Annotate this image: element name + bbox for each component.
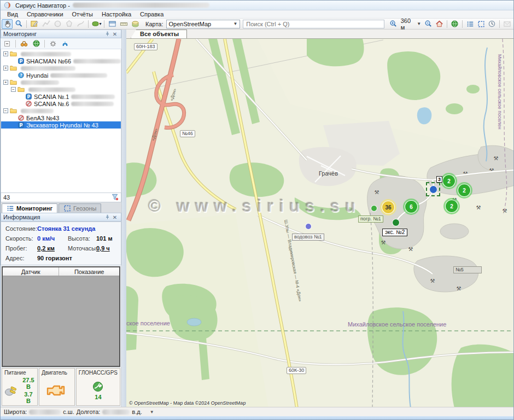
mail-button — [502, 19, 512, 29]
sidebar: Мониторинг ✕ +PSHACMAN №66+?Hyundai+−PSC… — [1, 30, 122, 407]
frame-icon — [63, 205, 71, 212]
statusbar-dropdown-icon[interactable]: ▼ — [150, 410, 154, 415]
geozone-button[interactable]: ▾ — [91, 19, 102, 29]
menu-item-настройка[interactable]: Настройка — [97, 11, 136, 18]
edit-map-button[interactable] — [29, 19, 40, 29]
sensor-table: ДатчикПоказание — [2, 266, 120, 367]
zoom-box-icon — [15, 20, 23, 28]
pin-icon[interactable] — [103, 214, 111, 221]
column-header-датчик[interactable]: Датчик — [3, 267, 59, 276]
map-label: ское поселение — [126, 320, 170, 326]
pin-icon[interactable] — [103, 31, 111, 38]
menu-item-справка[interactable]: Справка — [136, 11, 168, 18]
tree-item-folder[interactable]: + — [1, 79, 121, 86]
funnel-icon[interactable] — [112, 194, 119, 202]
svg-text:⚒: ⚒ — [494, 155, 499, 161]
map-label: №46 — [180, 130, 195, 137]
ruler-icon — [120, 20, 128, 28]
phone-button[interactable] — [60, 39, 71, 49]
zoom-in-button[interactable] — [388, 19, 399, 29]
svg-text:⚒: ⚒ — [381, 240, 386, 246]
cluster-marker[interactable]: 2 — [446, 200, 458, 212]
tree-item-folder[interactable]: + — [1, 65, 121, 72]
column-header-показание[interactable]: Показание — [59, 267, 119, 276]
menu-item-справочники[interactable]: Справочники — [22, 11, 68, 18]
tree-item-экскаватор-hyundai-43[interactable]: PЭкскаватор Hyundai № 43 — [1, 121, 121, 129]
history-button[interactable] — [487, 19, 497, 29]
zoom-level-select[interactable]: 360 м▼ — [399, 18, 423, 31]
tree-item-белаз-43[interactable]: БелАЗ №43 — [1, 114, 121, 121]
expand-icon[interactable]: + — [3, 66, 8, 71]
sensor-table-body[interactable] — [3, 276, 119, 366]
folder-icon — [10, 107, 17, 114]
tree-item-folder[interactable]: + — [1, 50, 121, 57]
map-tab-all-objects[interactable]: Все объекты — [131, 30, 187, 38]
toolbar-separator — [44, 40, 45, 48]
panel-button[interactable] — [107, 19, 118, 29]
tree-item-label: SCANIA №.1 — [34, 94, 69, 100]
collapse-all-button[interactable] — [2, 39, 13, 49]
redacted-text — [28, 88, 75, 92]
close-icon[interactable]: ✕ — [111, 214, 119, 220]
splitter[interactable] — [122, 30, 126, 407]
tab-геозоны[interactable]: Геозоны — [59, 203, 101, 213]
title-bar: Сириус Навигатор - — [1, 1, 513, 10]
selected-object-dot — [430, 186, 437, 193]
expand-icon[interactable]: + — [3, 80, 8, 85]
collapse-icon[interactable]: − — [3, 108, 8, 113]
map-label: экс. №2 — [382, 229, 407, 236]
cluster-marker[interactable]: 2 — [443, 175, 455, 187]
tree-filter[interactable]: 43 — [1, 192, 121, 202]
collapse-icon[interactable]: − — [11, 87, 16, 92]
toolbar-separator — [499, 20, 500, 28]
history-icon — [488, 20, 496, 28]
cluster-marker[interactable]: 36 — [382, 201, 394, 213]
home-icon — [435, 20, 443, 28]
gauges: Питание27.5 В3.7 ВДвигательГЛОНАСС/GPS14 — [1, 367, 121, 407]
tree-item-folder[interactable]: − — [1, 107, 121, 114]
home-button[interactable] — [434, 19, 445, 29]
tree-item-scania-1[interactable]: PSCANIA №.1 — [1, 93, 121, 100]
tree-item-folder[interactable]: − — [1, 86, 121, 93]
tab-мониторинг[interactable]: Мониторинг — [2, 203, 57, 213]
selected-object-marker[interactable]: 3 — [426, 182, 440, 196]
settings-button[interactable] — [48, 39, 59, 49]
zoom-out-button[interactable] — [423, 19, 434, 29]
gauge-values: 14 — [92, 381, 104, 400]
map-select[interactable]: OpenStreetMap ▼ — [166, 20, 241, 28]
sidebar-tabs: МониторингГеозоны — [1, 202, 121, 213]
binoculars-button[interactable] — [19, 39, 30, 49]
gauge-body: 14 — [79, 377, 118, 404]
app-window: Сириус Навигатор - ВидСправочникиОтчётыН… — [0, 0, 514, 420]
money-button[interactable] — [130, 19, 141, 29]
ruler-button[interactable] — [118, 19, 129, 29]
object-marker[interactable] — [393, 219, 399, 226]
status-bar: Широта: с.ш. Долгота: в.д. ▼ — [1, 407, 513, 416]
expand-icon[interactable]: + — [3, 51, 8, 56]
search-input[interactable] — [243, 20, 384, 28]
toolbar-separator — [88, 20, 89, 28]
cluster-marker[interactable]: 2 — [458, 184, 470, 196]
menu-item-вид[interactable]: Вид — [3, 11, 22, 18]
object-marker[interactable] — [371, 206, 377, 211]
svg-text:⚒: ⚒ — [457, 285, 462, 291]
cluster-marker[interactable]: 6 — [405, 201, 417, 213]
pan-tool-button[interactable] — [2, 19, 13, 29]
tree-item-hyundai[interactable]: ?Hyundai — [1, 72, 121, 79]
info-panel-header: Информация ✕ — [1, 213, 121, 221]
draw-circle-button — [52, 19, 63, 29]
tree-item-shacman-66[interactable]: PSHACMAN №66 — [1, 57, 121, 65]
menu-item-отчёты[interactable]: Отчёты — [68, 11, 97, 18]
object-marker[interactable] — [306, 224, 311, 229]
legend-button[interactable] — [465, 19, 475, 29]
tree-item-scania-6[interactable]: SCANIA №.6 — [1, 100, 121, 107]
globe-button[interactable] — [449, 19, 460, 29]
globe-green-button[interactable] — [31, 39, 42, 49]
map-label: Грачёв — [319, 170, 338, 177]
close-icon[interactable]: ✕ — [111, 31, 119, 37]
longitude-suffix: в.д. — [132, 409, 142, 415]
map-canvas[interactable]: ⚒⚒⚒ ⚒⚒⚒ ⚒⚒ ⚒⚒⚒ — [126, 39, 513, 407]
zoom-box-button[interactable] — [13, 19, 24, 29]
frame-button[interactable] — [476, 19, 486, 29]
gauge-body: 27.5 В3.7 В — [4, 377, 35, 404]
